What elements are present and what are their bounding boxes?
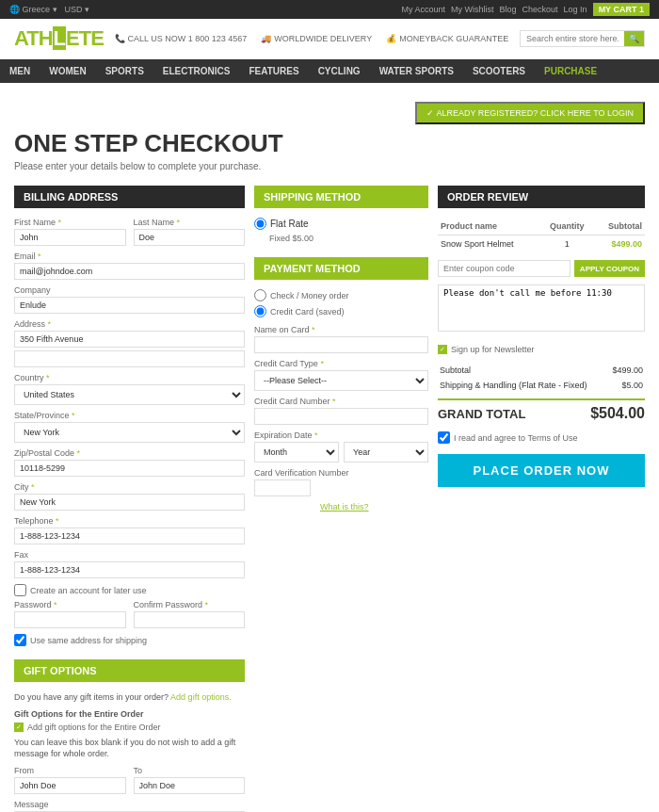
add-entire-check: ✓ <box>14 723 24 732</box>
address-input[interactable] <box>14 331 245 348</box>
zip-input[interactable] <box>14 460 245 477</box>
cvv-input[interactable] <box>254 479 311 496</box>
order-review-header: ORDER REVIEW <box>438 186 645 208</box>
coupon-row: APPLY COUPON <box>438 260 645 277</box>
country-selector[interactable]: 🌐 Greece ▾ <box>9 5 57 14</box>
country-select[interactable]: United States <box>14 384 245 405</box>
gift-question: Do you have any gift items in your order… <box>14 691 245 704</box>
logo[interactable]: ATHLETE <box>14 26 104 51</box>
middle-column: SHIPPING METHOD Flat Rate Fixed $5.00 PA… <box>254 186 428 812</box>
checkout-link[interactable]: Checkout <box>522 5 558 14</box>
shipping-row: Shipping & Handling (Flat Rate - Fixed) … <box>440 379 643 392</box>
logo-text-part1: ATH <box>14 26 53 50</box>
apply-coupon-button[interactable]: APPLY COUPON <box>574 260 645 277</box>
first-name-label: First Name * <box>14 218 126 227</box>
page-title: ONE STEP CHECKOUT <box>14 129 645 158</box>
header: ATHLETE 📞 CALL US NOW 1 800 123 4567 🚚 W… <box>0 19 659 59</box>
gift-note: You can leave this box blank if you do n… <box>14 737 245 760</box>
grand-total-row: GRAND TOTAL $504.00 <box>438 398 645 427</box>
order-notes-textarea[interactable]: Please don't call me before 11:30 <box>438 284 645 332</box>
company-input[interactable] <box>14 297 245 314</box>
address2-input[interactable] <box>14 350 245 367</box>
name-on-card-label: Name on Card * <box>254 325 428 334</box>
already-registered-button[interactable]: ✓ ALREADY REGISTERED? CLICK HERE TO LOGI… <box>415 102 645 124</box>
terms-checkbox[interactable] <box>438 431 450 444</box>
flat-rate-radio[interactable] <box>254 218 266 230</box>
flat-rate-price: Fixed $5.00 <box>254 234 428 243</box>
col-qty: Quantity <box>540 218 593 235</box>
card-number-input[interactable] <box>254 408 428 425</box>
my-account-link[interactable]: My Account <box>402 5 446 14</box>
from-label: From <box>14 766 126 775</box>
phone-info: 📞 CALL US NOW 1 800 123 4567 <box>115 34 248 43</box>
what-is-this-link[interactable]: What is this? <box>320 502 369 512</box>
place-order-button[interactable]: PLACE ORDER NOW <box>438 454 645 487</box>
nav-features[interactable]: FEATURES <box>239 59 308 83</box>
fax-input[interactable] <box>14 561 245 578</box>
to-input[interactable] <box>134 777 246 794</box>
blog-link[interactable]: Blog <box>500 5 517 14</box>
page-content: ✓ ALREADY REGISTERED? CLICK HERE TO LOGI… <box>0 83 659 812</box>
totals-table: Subtotal $499.00 Shipping & Handling (Fl… <box>438 362 645 394</box>
logo-highlight: L <box>53 26 66 50</box>
to-label: To <box>134 766 246 775</box>
check-radio[interactable] <box>254 289 266 301</box>
country-label: Country * <box>14 373 245 382</box>
gift-header: GIFT OPTIONS <box>14 659 245 682</box>
credit-saved-radio[interactable] <box>254 305 266 317</box>
expiry-year-select[interactable]: Year <box>344 442 428 463</box>
create-account-checkbox[interactable] <box>14 584 26 596</box>
email-input[interactable] <box>14 263 245 280</box>
gift-entire-order-header: Gift Options for the Entire Order <box>14 709 245 719</box>
telephone-input[interactable] <box>14 528 245 544</box>
add-gift-link[interactable]: Add gift options. <box>170 692 232 702</box>
nav-water-sports[interactable]: WATER SPORTS <box>370 59 463 83</box>
password-input[interactable] <box>14 611 126 628</box>
coupon-input[interactable] <box>438 260 571 277</box>
same-address-checkbox[interactable] <box>14 634 26 646</box>
table-row: Snow Sport Helmet 1 $499.00 <box>438 235 645 253</box>
shipping-section: SHIPPING METHOD Flat Rate Fixed $5.00 <box>254 186 428 248</box>
billing-section: BILLING ADDRESS First Name * Last Name *… <box>14 186 245 650</box>
guarantee-info: 💰 MONEYBACK GUARANTEE <box>386 34 508 43</box>
nav-electronics[interactable]: ELECTRONICS <box>153 59 240 83</box>
grand-total-label: GRAND TOTAL <box>438 407 525 421</box>
first-name-input[interactable] <box>14 229 126 246</box>
login-link[interactable]: Log In <box>564 5 587 14</box>
currency-selector[interactable]: USD ▾ <box>65 5 90 14</box>
nav-sports[interactable]: SPORTS <box>96 59 153 83</box>
nav-women[interactable]: WOMEN <box>40 59 95 83</box>
nav-men[interactable]: MEN <box>0 59 40 83</box>
cvv-label: Card Verification Number <box>254 468 428 478</box>
subtotal-value: $499.00 <box>608 364 643 377</box>
card-type-label: Credit Card Type * <box>254 359 428 368</box>
nav-cycling[interactable]: CYCLING <box>309 59 370 83</box>
zip-label: Zip/Postal Code * <box>14 448 245 458</box>
city-input[interactable] <box>14 494 245 511</box>
order-table: Product name Quantity Subtotal Snow Spor… <box>438 218 645 252</box>
search-input[interactable] <box>521 31 624 46</box>
confirm-password-input[interactable] <box>134 611 246 628</box>
confirm-password-label: Confirm Password * <box>134 600 246 609</box>
last-name-input[interactable] <box>134 229 246 246</box>
nav-scooters[interactable]: SCOOTERS <box>463 59 535 83</box>
email-label: Email * <box>14 252 245 261</box>
from-input[interactable] <box>14 777 126 794</box>
top-bar: 🌐 Greece ▾ USD ▾ My Account My Wishlist … <box>0 0 659 19</box>
nav-purchase[interactable]: PURCHASE <box>535 59 606 83</box>
cart-button[interactable]: MY CART 1 <box>593 3 650 16</box>
newsletter-check: ✓ <box>438 345 447 354</box>
search-button[interactable]: 🔍 <box>624 31 644 46</box>
credit-saved-label: Credit Card (saved) <box>270 307 345 317</box>
same-address-label: Use same address for shipping <box>30 636 147 645</box>
add-entire-label: Add gift options for the Entire Order <box>27 723 161 732</box>
header-info: 📞 CALL US NOW 1 800 123 4567 🚚 WORLDWIDE… <box>115 34 509 43</box>
card-type-select[interactable]: --Please Select-- <box>254 370 428 391</box>
terms-label: I read and agree to Terms of Use <box>454 433 577 443</box>
search-box: 🔍 <box>520 30 645 47</box>
my-wishlist-link[interactable]: My Wishlist <box>451 5 494 14</box>
state-select[interactable]: New York <box>14 422 245 443</box>
expiry-month-select[interactable]: Month <box>254 442 339 463</box>
company-label: Company <box>14 285 245 295</box>
name-on-card-input[interactable] <box>254 336 428 353</box>
